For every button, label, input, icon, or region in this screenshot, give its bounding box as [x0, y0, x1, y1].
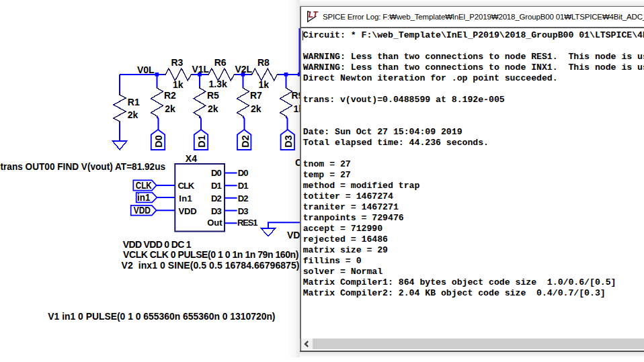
svg-text:1.3k: 1.3k	[209, 79, 227, 89]
svg-text:D2: D2	[238, 193, 249, 203]
svg-text:D0: D0	[238, 168, 249, 178]
svg-text:D0: D0	[211, 168, 222, 178]
svg-text:D1: D1	[196, 135, 207, 148]
svg-text:R6: R6	[214, 57, 227, 68]
svg-text:D1: D1	[211, 181, 222, 191]
svg-text:Out: Out	[207, 218, 223, 228]
svg-text:D3: D3	[238, 206, 249, 216]
svg-text:D2: D2	[211, 193, 222, 203]
svg-text:LT: LT	[309, 11, 319, 19]
svg-text:D1: D1	[238, 181, 249, 191]
svg-text:CLK: CLK	[136, 180, 152, 191]
svg-text:R3: R3	[171, 57, 184, 68]
svg-text:In1: In1	[179, 193, 192, 203]
svg-text:D0: D0	[153, 135, 164, 148]
svg-text:R5: R5	[207, 90, 219, 101]
svg-text:VDD: VDD	[134, 205, 151, 216]
svg-text:V1L: V1L	[192, 64, 210, 75]
svg-text:2k: 2k	[128, 109, 138, 120]
svg-text:VCLK CLK 0 PULSE(0 1 0 1n 1n 7: VCLK CLK 0 PULSE(0 1 0 1n 1n 79n 160n)	[123, 249, 298, 260]
svg-text:VDD VDD 0 DC 1: VDD VDD 0 DC 1	[123, 239, 192, 250]
svg-text:1k: 1k	[259, 79, 270, 90]
svg-text:R7: R7	[250, 90, 262, 101]
svg-text:trans OUT00 FIND V(vout) AT=81: trans OUT00 FIND V(vout) AT=81.92us	[1, 161, 166, 172]
svg-text:V0L: V0L	[137, 64, 155, 75]
svg-text:R2: R2	[164, 90, 176, 101]
svg-text:R8: R8	[257, 57, 270, 68]
svg-text:D3: D3	[211, 206, 222, 216]
svg-text:2k: 2k	[251, 103, 261, 114]
svg-text:V2 inx1 0 SINE(0.5 0.5 16784.: V2 inx1 0 SINE(0.5 0.5 16784.66796875)	[122, 260, 300, 271]
svg-text:CLK: CLK	[178, 181, 195, 191]
svg-text:1k: 1k	[173, 79, 184, 90]
svg-text:V1 in1 0 PULSE(0 1 0 655360n 6: V1 in1 0 PULSE(0 1 0 655360n 655360n 0 1…	[48, 311, 275, 322]
svg-text:R1: R1	[128, 97, 140, 107]
svg-text:in1: in1	[137, 192, 151, 203]
svg-text:X4: X4	[186, 153, 197, 164]
svg-text:D2: D2	[240, 135, 251, 148]
svg-text:VDD: VDD	[179, 206, 197, 216]
svg-text:RES1: RES1	[237, 218, 258, 228]
svg-text:V2L: V2L	[235, 64, 253, 75]
svg-text:2k: 2k	[165, 103, 175, 114]
svg-text:2k: 2k	[208, 103, 218, 114]
